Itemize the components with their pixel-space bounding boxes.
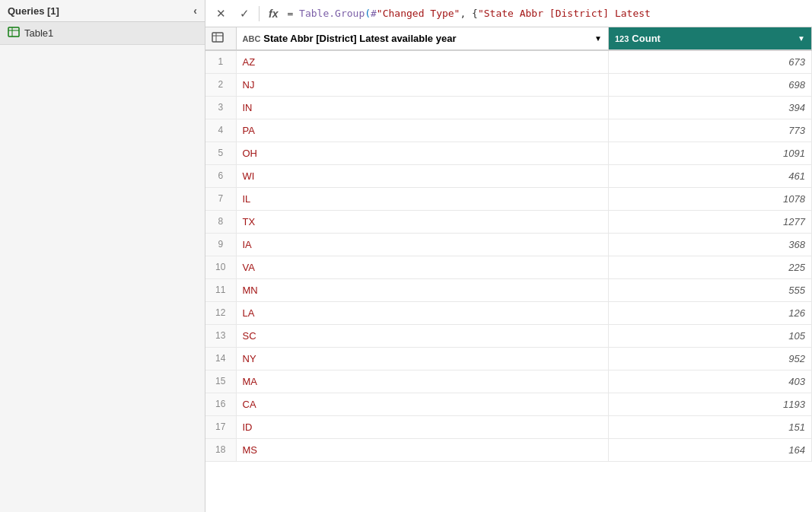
cell-count: 368	[609, 233, 812, 256]
state-type-icon: ABC	[243, 34, 261, 43]
cell-state: ID	[236, 415, 609, 438]
cell-rownum: 18	[205, 438, 236, 461]
sidebar: Queries [1] ‹ Table1	[0, 0, 205, 512]
cell-rownum: 11	[205, 278, 236, 301]
table-area: ABC State Abbr [District] Latest availab…	[205, 27, 812, 512]
col-header-state: ABC State Abbr [District] Latest availab…	[236, 27, 609, 50]
confirm-button[interactable]: ✓	[235, 5, 254, 22]
cell-state: IN	[236, 96, 609, 119]
cell-state: NY	[236, 347, 609, 370]
cell-rownum: 4	[205, 119, 236, 142]
formula-str1: "Changed Type"	[377, 8, 460, 19]
cell-state: CA	[236, 393, 609, 415]
cell-count: 1091	[609, 142, 812, 164]
formula-separator	[259, 6, 260, 21]
cell-count: 126	[609, 301, 812, 324]
main-content: ✕ ✓ fx = Table.Group(#"Changed Type", {"…	[205, 0, 812, 512]
count-col-dropdown[interactable]: ▼	[798, 34, 805, 43]
col-header-rownum-inner	[205, 27, 236, 49]
cell-count: 1193	[609, 393, 812, 415]
formula-text[interactable]: = Table.Group(#"Changed Type", {"State A…	[287, 8, 806, 19]
cell-state: IL	[236, 187, 609, 210]
sidebar-item-table1[interactable]: Table1	[0, 22, 205, 45]
formula-str2: "State Abbr [District] Latest	[478, 8, 651, 19]
cell-rownum: 15	[205, 370, 236, 393]
cell-state: NJ	[236, 73, 609, 96]
cell-state: MA	[236, 370, 609, 393]
cell-rownum: 7	[205, 187, 236, 210]
formula-comma: , {	[460, 8, 477, 19]
cell-rownum: 3	[205, 96, 236, 119]
table-row: 16CA1193	[205, 393, 812, 415]
table-row: 17ID151	[205, 415, 812, 438]
cell-count: 461	[609, 164, 812, 187]
table-body: 1AZ6732NJ6983IN3944PA7735OH10916WI4617IL…	[205, 50, 812, 461]
cell-rownum: 14	[205, 347, 236, 370]
table-row: 1AZ673	[205, 50, 812, 73]
fx-label: fx	[264, 8, 282, 20]
formula-arg1: #	[371, 8, 377, 19]
formula-bar: ✕ ✓ fx = Table.Group(#"Changed Type", {"…	[205, 0, 812, 27]
cell-count: 151	[609, 415, 812, 438]
table-row: 2NJ698	[205, 73, 812, 96]
cell-rownum: 1	[205, 50, 236, 73]
cell-count: 1277	[609, 210, 812, 233]
table-row: 10VA225	[205, 256, 812, 278]
cell-rownum: 9	[205, 233, 236, 256]
cell-state: OH	[236, 142, 609, 164]
table-row: 12LA126	[205, 301, 812, 324]
col-state-label: State Abbr [District] Latest available y…	[263, 33, 456, 44]
sidebar-collapse-icon[interactable]: ‹	[193, 5, 197, 17]
cell-count: 952	[609, 347, 812, 370]
cell-count: 698	[609, 73, 812, 96]
cell-count: 394	[609, 96, 812, 119]
svg-rect-3	[212, 33, 223, 42]
table-row: 13SC105	[205, 324, 812, 347]
col-header-state-inner: ABC State Abbr [District] Latest availab…	[237, 28, 609, 49]
cell-state: MS	[236, 438, 609, 461]
col-header-state-left: ABC State Abbr [District] Latest availab…	[243, 33, 457, 44]
cell-state: IA	[236, 233, 609, 256]
formula-fn: Table.Group	[299, 8, 365, 19]
state-col-dropdown[interactable]: ▼	[594, 34, 602, 43]
data-table: ABC State Abbr [District] Latest availab…	[205, 27, 812, 462]
cell-count: 105	[609, 324, 812, 347]
cell-rownum: 2	[205, 73, 236, 96]
table-row: 15MA403	[205, 370, 812, 393]
table-selector-icon	[212, 32, 224, 45]
table-row: 4PA773	[205, 119, 812, 142]
col-header-count: 123 Count ▼	[609, 27, 812, 50]
cell-rownum: 12	[205, 301, 236, 324]
cell-state: WI	[236, 164, 609, 187]
col-header-count-left: 123 Count	[615, 33, 661, 44]
col-count-label: Count	[632, 33, 661, 44]
sidebar-item-label: Table1	[24, 27, 53, 39]
table-icon	[8, 27, 20, 40]
cell-rownum: 10	[205, 256, 236, 278]
table-row: 5OH1091	[205, 142, 812, 164]
table-row: 14NY952	[205, 347, 812, 370]
cell-state: TX	[236, 210, 609, 233]
cell-count: 1078	[609, 187, 812, 210]
formula-bracket: (	[365, 8, 371, 19]
cell-count: 164	[609, 438, 812, 461]
cell-count: 225	[609, 256, 812, 278]
cell-count: 403	[609, 370, 812, 393]
cell-state: AZ	[236, 50, 609, 73]
cancel-button[interactable]: ✕	[212, 5, 231, 22]
col-header-count-inner: 123 Count ▼	[609, 28, 811, 49]
cell-count: 673	[609, 50, 812, 73]
cell-state: SC	[236, 324, 609, 347]
count-type-icon: 123	[615, 34, 629, 43]
cell-rownum: 16	[205, 393, 236, 415]
svg-rect-0	[8, 27, 19, 37]
cell-state: LA	[236, 301, 609, 324]
sidebar-header: Queries [1] ‹	[0, 0, 205, 22]
cell-rownum: 5	[205, 142, 236, 164]
table-row: 3IN394	[205, 96, 812, 119]
cell-rownum: 17	[205, 415, 236, 438]
table-row: 11MN555	[205, 278, 812, 301]
cell-state: PA	[236, 119, 609, 142]
table-row: 7IL1078	[205, 187, 812, 210]
cell-rownum: 13	[205, 324, 236, 347]
